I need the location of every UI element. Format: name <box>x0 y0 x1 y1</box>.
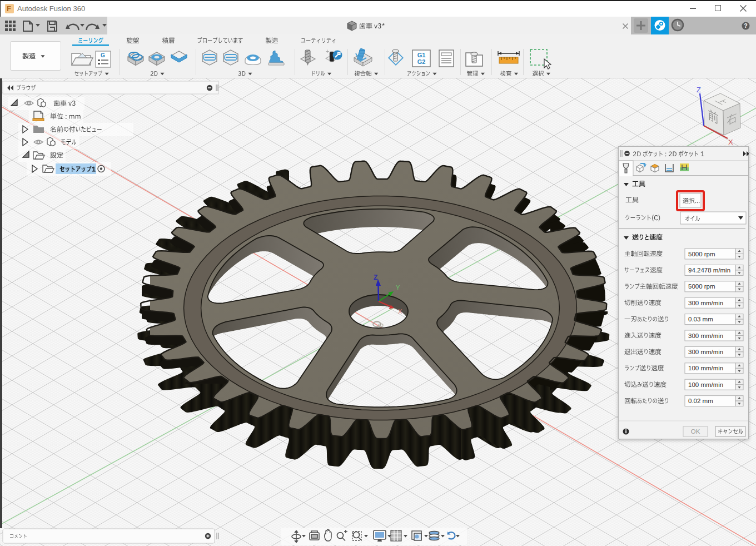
svg-text:94.2478 m/min: 94.2478 m/min <box>688 267 730 274</box>
svg-text:300 mm/min: 300 mm/min <box>688 300 723 306</box>
svg-text:OK: OK <box>691 428 700 435</box>
svg-text:100 mm/min: 100 mm/min <box>688 365 723 371</box>
svg-text:Z: Z <box>374 274 377 281</box>
svg-text:5000 rpm: 5000 rpm <box>688 251 715 257</box>
svg-text:100 mm/min: 100 mm/min <box>688 381 723 388</box>
svg-text:0.02 mm: 0.02 mm <box>688 398 713 404</box>
svg-text:?: ? <box>744 22 747 29</box>
svg-text:0.03 mm: 0.03 mm <box>688 316 713 322</box>
svg-text:X: X <box>398 308 402 315</box>
svg-text:Z: Z <box>697 86 701 94</box>
svg-text:5000 rpm: 5000 rpm <box>688 283 715 290</box>
svg-text:X: X <box>728 138 733 146</box>
svg-text:300 mm/min: 300 mm/min <box>688 349 723 355</box>
svg-text:300 mm/min: 300 mm/min <box>688 332 723 339</box>
svg-text:Y: Y <box>396 284 400 291</box>
